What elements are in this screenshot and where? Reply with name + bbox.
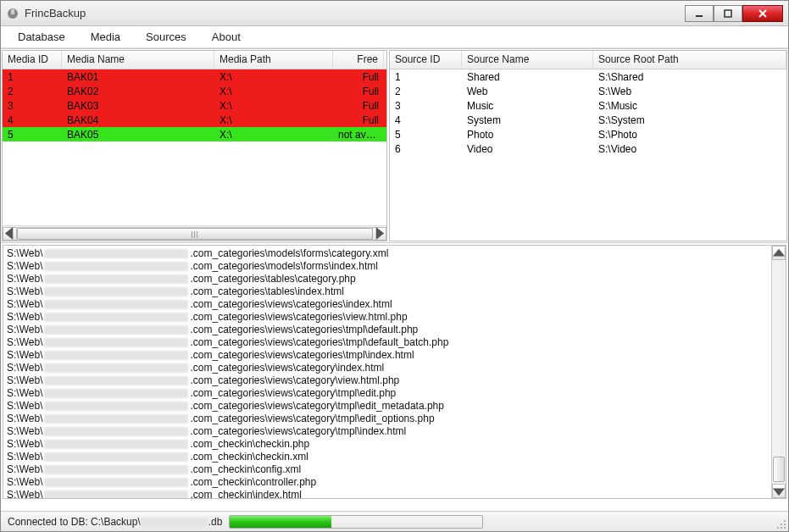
table-row[interactable]: 4SystemS:\System [390, 113, 786, 127]
cell-source-path: S:\Music [593, 99, 786, 113]
svg-rect-3 [725, 10, 731, 17]
svg-marker-8 [773, 248, 785, 256]
log-line: S:\Web\.com_categories\views\category\tm… [7, 425, 768, 438]
log-line: S:\Web\.com_categories\models\forms\cate… [7, 247, 768, 260]
svg-rect-1 [11, 9, 14, 14]
log-line: S:\Web\.com_categories\views\category\tm… [7, 413, 768, 425]
cell-media-path: X:\ [214, 128, 333, 141]
cell-media-free: Full [333, 114, 384, 127]
cell-media-name: BAK01 [62, 70, 214, 84]
menu-media[interactable]: Media [82, 28, 129, 46]
svg-point-11 [781, 524, 782, 525]
cell-media-free: Full [333, 99, 384, 113]
svg-point-14 [781, 527, 782, 529]
vscroll-track[interactable] [772, 260, 786, 484]
cell-media-id: 1 [3, 70, 62, 84]
resize-grip-icon[interactable] [775, 518, 786, 529]
svg-point-10 [784, 520, 786, 522]
media-panel: Media ID Media Name Media Path Free 1BAK… [2, 50, 387, 241]
cell-source-path: S:\System [593, 114, 786, 127]
col-media-path[interactable]: Media Path [214, 51, 333, 69]
media-body: 1BAK01X:\Full2BAK02X:\Full3BAK03X:\Full4… [3, 69, 386, 225]
col-media-free[interactable]: Free [333, 51, 384, 69]
table-row[interactable]: 1SharedS:\Shared [390, 69, 786, 84]
cell-media-path: X:\ [214, 85, 333, 98]
table-row[interactable]: 4BAK04X:\Full [3, 113, 386, 127]
table-row[interactable]: 2BAK02X:\Full [3, 84, 386, 98]
cell-source-id: 4 [390, 114, 462, 127]
log-line: S:\Web\.com_categories\models\forms\inde… [7, 260, 768, 273]
table-row[interactable]: 3BAK03X:\Full [3, 98, 386, 113]
log-line: S:\Web\.com_categories\tables\category.p… [7, 273, 768, 285]
svg-point-13 [777, 527, 779, 529]
scroll-thumb[interactable] [17, 228, 373, 240]
cell-source-name: Music [462, 99, 593, 113]
minimize-button[interactable] [685, 5, 714, 22]
svg-point-12 [784, 524, 786, 525]
cell-media-id: 3 [3, 99, 62, 113]
svg-point-15 [784, 527, 786, 529]
col-media-id[interactable]: Media ID [3, 51, 62, 69]
scroll-right-icon[interactable] [372, 227, 386, 241]
cell-media-free: Full [333, 85, 384, 98]
vscroll-thumb[interactable] [773, 457, 785, 482]
v-scrollbar[interactable] [771, 246, 786, 498]
status-blur [141, 518, 208, 527]
log-line: S:\Web\.com_checkin\checkin.php [7, 438, 768, 451]
menu-about[interactable]: About [203, 28, 249, 46]
table-row[interactable]: 3MusicS:\Music [390, 98, 786, 113]
cell-media-path: X:\ [214, 114, 333, 127]
cell-media-id: 4 [3, 114, 62, 127]
col-source-id[interactable]: Source ID [390, 51, 462, 69]
log-line: S:\Web\.com_categories\views\category\vi… [7, 374, 768, 387]
log-panel: S:\Web\.com_categories\models\forms\cate… [3, 245, 786, 499]
table-row[interactable]: 5PhotoS:\Photo [390, 127, 786, 141]
scroll-up-icon[interactable] [772, 246, 786, 260]
table-row[interactable]: 6VideoS:\Video [390, 141, 786, 156]
source-panel: Source ID Source Name Source Root Path 1… [389, 50, 787, 241]
log-line: S:\Web\.com_categories\views\category\tm… [7, 400, 768, 413]
scroll-left-icon[interactable] [3, 227, 17, 241]
status-prefix: Connected to DB: C:\Backup\ [8, 516, 141, 528]
status-text: Connected to DB: C:\Backup\.db [8, 516, 222, 528]
media-header: Media ID Media Name Media Path Free [3, 51, 386, 69]
cell-source-name: Shared [462, 70, 593, 84]
h-scrollbar[interactable] [3, 225, 386, 241]
app-icon [6, 7, 19, 20]
menu-sources[interactable]: Sources [137, 28, 195, 46]
scroll-down-icon[interactable] [772, 484, 786, 498]
progress-bar [229, 515, 483, 529]
log-line: S:\Web\.com_checkin\config.xml [7, 463, 768, 476]
cell-media-name: BAK02 [62, 85, 214, 98]
col-source-path[interactable]: Source Root Path [593, 51, 786, 69]
svg-marker-7 [376, 227, 384, 240]
cell-source-id: 6 [390, 142, 462, 156]
cell-source-id: 1 [390, 70, 462, 84]
log-text[interactable]: S:\Web\.com_categories\models\forms\cate… [3, 246, 771, 498]
table-row[interactable]: 1BAK01X:\Full [3, 69, 386, 84]
table-row[interactable]: 5BAK05X:\not avai... [3, 127, 386, 141]
title-bar[interactable]: FrincBackup [1, 1, 788, 26]
status-suffix: .db [208, 516, 223, 528]
log-line: S:\Web\.com_categories\views\category\tm… [7, 387, 768, 400]
scroll-track[interactable] [17, 227, 372, 241]
progress-fill [230, 516, 331, 528]
cell-media-free: not avai... [333, 128, 384, 141]
menu-bar: Database Media Sources About [1, 26, 788, 48]
col-media-name[interactable]: Media Name [62, 51, 214, 69]
cell-source-id: 5 [390, 128, 462, 141]
maximize-button[interactable] [714, 5, 742, 22]
cell-source-path: S:\Web [593, 85, 786, 98]
close-button[interactable] [742, 5, 783, 22]
cell-source-name: Web [462, 85, 593, 98]
log-line: S:\Web\.com_checkin\controller.php [7, 476, 768, 489]
cell-media-name: BAK05 [62, 128, 214, 141]
log-line: S:\Web\.com_checkin\checkin.xml [7, 451, 768, 463]
cell-source-path: S:\Photo [593, 128, 786, 141]
log-line: S:\Web\.com_categories\views\categories\… [7, 349, 768, 362]
svg-marker-9 [773, 488, 785, 496]
menu-database[interactable]: Database [9, 28, 74, 46]
col-source-name[interactable]: Source Name [462, 51, 593, 69]
table-row[interactable]: 2WebS:\Web [390, 84, 786, 98]
window-controls [685, 5, 783, 22]
